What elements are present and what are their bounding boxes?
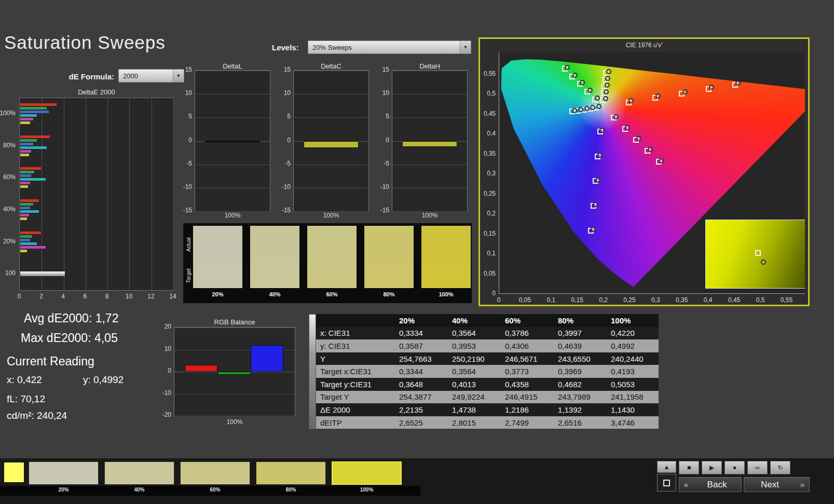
next-button-label: Next [744,480,796,490]
measured-marker [628,98,634,103]
de-formula-label: dE Formula: [54,72,114,81]
y-tick-label: 5 [188,113,192,120]
measured-marker [682,89,688,94]
pattern-window-button[interactable] [657,474,676,492]
target-label: Target [184,263,193,288]
table-cell: 2,7499 [500,418,553,427]
measured-marker [591,227,596,232]
measured-marker [572,108,577,113]
table-cell: 0,4358 [500,380,553,389]
saturation-swatch-column: 60% [307,226,357,297]
x-tick-label: 0,5 [750,296,771,304]
de-bar [20,178,46,181]
x-tick-label: 0,1 [541,296,562,304]
gridline [174,394,295,394]
de-bar [20,203,33,206]
table-cell: 0,4682 [553,380,606,389]
gridline [86,98,86,290]
refresh-button[interactable]: ↻ [770,461,790,474]
measured-marker [761,260,766,265]
gridline [294,94,368,94]
levels-select[interactable]: 20% Sweeps ▼ [308,40,471,54]
de-bar [20,239,30,241]
table-cell: 1,2186 [500,405,553,414]
gridline [392,165,467,165]
measured-marker [595,178,600,183]
de-formula-select[interactable]: 2000 ▼ [118,69,184,83]
deltah-chart-title: DeltaH [392,62,468,70]
back-button[interactable]: « Back [679,477,742,492]
record-button[interactable]: ⏺ [724,461,745,474]
gridline [107,98,108,290]
table-row-label: x: CIE31 [316,329,394,337]
gridline [294,117,368,118]
chevron-down-icon: ▼ [460,41,471,53]
patch-swatch-label: 40% [104,487,174,493]
gridline [129,98,130,290]
y-tick-label: -10 [162,389,171,397]
measurement-table: 20%40%60%80%100%x: CIE310,33340,35640,37… [316,314,659,429]
next-button[interactable]: Next » [744,477,810,492]
patch-swatch-40%[interactable]: 40% [104,461,174,493]
deltac-chart [293,70,369,212]
cie-chart-title: CIE 1976 u'v' [480,42,808,49]
x-tick-label: 0,35 [672,296,692,304]
measured-marker [597,153,603,158]
y-tick-label: 0,4 [487,130,496,137]
table-cell: 0,3344 [394,367,447,376]
swatch-label: 40% [250,291,299,297]
table-cell: 0,3969 [553,367,606,376]
measured-marker [606,69,611,74]
table-handle[interactable] [309,314,316,429]
gridline [392,117,467,118]
patch-swatch-100%[interactable]: 100% [332,461,402,493]
delta-bar [205,141,261,142]
table-row-label: y: CIE31 [316,342,394,350]
loop-button[interactable]: ∞ [747,461,768,474]
avg-de2000: Avg dE2000: 1,72 [24,311,118,325]
saturation-swatch [250,226,299,288]
table-cell: 1,1430 [606,405,659,414]
table-cell: 240,2440 [606,355,659,363]
x-tick-label: 0,3 [645,296,666,304]
x-tick-label: 0,45 [724,296,745,304]
table-cell: 246,5671 [500,355,553,363]
table-row: dEITP2,65252,80152,74992,65163,4746 [316,416,659,429]
table-cell: 254,3877 [394,392,447,401]
de-formula-value: 2000 [123,72,138,80]
app-root: Saturation Sweeps dE Formula: 2000 ▼ Lev… [0,0,834,504]
play-button[interactable]: ▶ [702,461,722,474]
deltah-x-label: 100% [392,212,468,219]
patch-swatch-60%[interactable]: 60% [180,461,250,493]
table-cell: 0,3786 [500,329,553,337]
table-cell: 0,3997 [553,329,606,337]
table-cell: 0,4220 [606,329,659,337]
y-tick-label: 80% [3,142,16,149]
table-cell: 1,1392 [553,405,606,414]
stop-button[interactable]: ■ [679,461,699,474]
table-row-label: dEITP [316,418,394,427]
current-patch-swatch[interactable] [4,462,24,482]
y-tick-label: -10 [183,183,192,190]
deltah-chart [392,70,468,212]
measured-marker [605,83,610,88]
saturation-swatch [193,226,242,288]
de-bar [20,214,29,216]
table-row-label: ΔE 2000 [316,405,394,414]
table-cell: 0,3648 [394,380,447,389]
table-row: Target Y254,3877249,9224246,4915243,7989… [316,391,659,404]
scroll-up-button[interactable]: ▲ [657,461,676,473]
blue-bar [251,345,283,372]
measured-marker [636,136,641,141]
gridline [195,188,270,188]
saturation-swatch-column: 80% [364,226,414,297]
patch-swatch-20%[interactable]: 20% [29,461,99,493]
patch-swatch-label: 100% [332,487,402,493]
x-tick-label: 0,05 [514,296,535,304]
y-tick-label: 0,1 [487,250,496,257]
table-column-header: 60% [500,316,553,325]
patch-swatch-80%[interactable]: 80% [256,461,326,493]
red-bar [185,365,217,372]
saturation-swatch [421,226,471,288]
y-tick-label: 0 [188,137,192,144]
